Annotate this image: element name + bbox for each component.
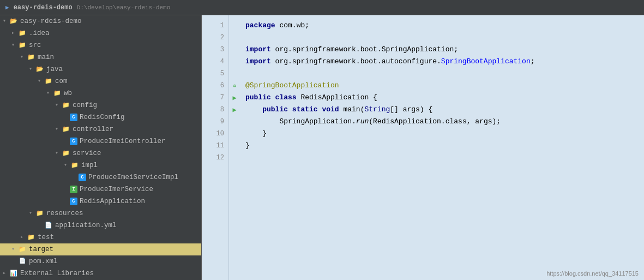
token: import — [245, 57, 275, 65]
tree-label: easy-rdeis-demo — [20, 16, 82, 27]
gutter-item-11 — [229, 140, 240, 152]
line-number-5: 5 — [207, 68, 224, 80]
sidebar-item-test[interactable]: test — [0, 231, 201, 243]
token: @SpringBootApplication — [245, 81, 339, 90]
token: package — [245, 21, 279, 29]
tree-arrow[interactable] — [52, 124, 61, 135]
tree-label: resources — [46, 208, 83, 219]
sidebar-item-project-root[interactable]: easy-rdeis-demo — [0, 15, 201, 27]
code-line-2 — [245, 32, 639, 44]
tree-arrow[interactable] — [9, 244, 17, 255]
class-icon: C — [70, 138, 77, 145]
project-name: easy-rdeis-demo — [14, 4, 73, 11]
tree-arrow[interactable] — [35, 76, 44, 87]
tree-arrow[interactable] — [0, 16, 9, 27]
folder-icon — [17, 245, 27, 254]
sidebar-item-main[interactable]: main — [0, 51, 201, 63]
folder-icon — [26, 53, 36, 62]
project-icon — [9, 17, 19, 26]
sidebar-item-ProduceImerService[interactable]: IProduceImerService — [0, 183, 201, 195]
sidebar-item-ProduceImeiServiceImpl[interactable]: CProduceImeiServiceImpl — [0, 171, 201, 183]
folder-icon — [70, 161, 80, 170]
project-sidebar: easy-rdeis-demo.ideasrcmainjavacomwbconf… — [0, 15, 202, 280]
tree-arrow[interactable] — [0, 268, 9, 279]
xml-icon — [17, 257, 27, 266]
code-line-1: package com.wb; — [245, 20, 639, 32]
bookmark-icon: ♻ — [233, 82, 236, 89]
token: com.wb; — [279, 21, 309, 29]
sidebar-item-resources[interactable]: resources — [0, 207, 201, 219]
run-icon[interactable]: ▶ — [232, 106, 236, 114]
code-line-9: SpringApplication.run(RedisApplication.c… — [245, 116, 639, 128]
sidebar-item-service[interactable]: service — [0, 147, 201, 159]
line-number-8: 8 — [207, 104, 224, 116]
sidebar-item-RedisApplication[interactable]: CRedisApplication — [0, 195, 201, 207]
sidebar-item-application.yml[interactable]: application.yml — [0, 219, 201, 231]
tree-label: External Libraries — [20, 268, 94, 279]
code-line-11: } — [245, 140, 639, 152]
sidebar-item-impl[interactable]: impl — [0, 159, 201, 171]
folder-icon — [61, 125, 71, 134]
run-icon[interactable]: ▶ — [232, 94, 236, 102]
line-number-2: 2 — [207, 32, 224, 44]
folder-icon — [52, 89, 62, 98]
token: org.springframework.boot.SpringApplicati… — [275, 45, 458, 53]
line-numbers: 123456789101112 — [202, 15, 229, 280]
line-number-4: 4 — [207, 56, 224, 68]
code-area[interactable]: package com.wb; import org.springframewo… — [240, 15, 644, 280]
sidebar-item-RedisConfig[interactable]: CRedisConfig — [0, 111, 201, 123]
sidebar-item-controller[interactable]: controller — [0, 123, 201, 135]
sidebar-item-idea[interactable]: .idea — [0, 27, 201, 39]
sidebar-item-com[interactable]: com — [0, 75, 201, 87]
token: static — [292, 105, 322, 114]
tree-arrow[interactable] — [44, 88, 52, 99]
tree-arrow[interactable] — [17, 52, 26, 63]
tree-arrow[interactable] — [9, 40, 17, 51]
project-tree-icon: ▶ — [5, 4, 9, 11]
tree-arrow[interactable] — [52, 100, 61, 111]
folder-icon — [44, 77, 53, 86]
code-line-5 — [245, 68, 639, 80]
token: } — [245, 129, 267, 138]
sidebar-item-external-libraries[interactable]: External Libraries — [0, 267, 201, 279]
code-line-12 — [245, 152, 639, 164]
project-path: D:\develop\easy-rdeis-demo — [77, 4, 171, 11]
tree-label: ProduceImeiServiceImpl — [88, 172, 178, 183]
gutter-item-1 — [229, 20, 240, 32]
gutter-item-6: ♻ — [229, 80, 240, 92]
sidebar-item-java[interactable]: java — [0, 63, 201, 75]
watermark: https://blog.csdn.net/qq_34117515 — [546, 270, 639, 277]
line-number-7: 7 — [207, 92, 224, 104]
tree-arrow[interactable] — [61, 160, 70, 171]
gutter-item-9 — [229, 116, 240, 128]
title-bar: ▶ easy-rdeis-demo D:\develop\easy-rdeis-… — [0, 0, 644, 15]
tree-arrow[interactable] — [9, 28, 17, 39]
sidebar-item-config[interactable]: config — [0, 99, 201, 111]
tree-arrow[interactable] — [26, 64, 35, 75]
sidebar-item-ProduceImeiController[interactable]: CProduceImeiController — [0, 135, 201, 147]
token: void — [322, 105, 343, 114]
token: String — [364, 105, 390, 114]
sidebar-item-target[interactable]: target — [0, 243, 201, 255]
class-icon: C — [70, 114, 77, 121]
line-number-3: 3 — [207, 44, 224, 56]
tree-arrow[interactable] — [17, 232, 26, 243]
token: SpringApplication. — [245, 117, 356, 126]
tree-label: test — [38, 232, 54, 243]
sidebar-item-pom.xml[interactable]: pom.xml — [0, 255, 201, 267]
interface-icon: I — [70, 186, 77, 193]
sidebar-item-wb[interactable]: wb — [0, 87, 201, 99]
tree-label: main — [38, 52, 54, 63]
tree-label: ProduceImerService — [80, 184, 153, 195]
tree-arrow[interactable] — [26, 208, 35, 219]
folder-icon — [26, 233, 36, 242]
tree-label: com — [55, 76, 68, 87]
gutter-item-2 — [229, 32, 240, 44]
tree-label: src — [29, 40, 41, 51]
code-line-6: @SpringBootApplication — [245, 80, 639, 92]
sidebar-item-src[interactable]: src — [0, 39, 201, 51]
tree-arrow[interactable] — [52, 148, 61, 159]
code-line-8: public static void main(String[] args) { — [245, 104, 639, 116]
folder-icon — [61, 149, 71, 158]
token: RedisApplication — [300, 93, 373, 102]
